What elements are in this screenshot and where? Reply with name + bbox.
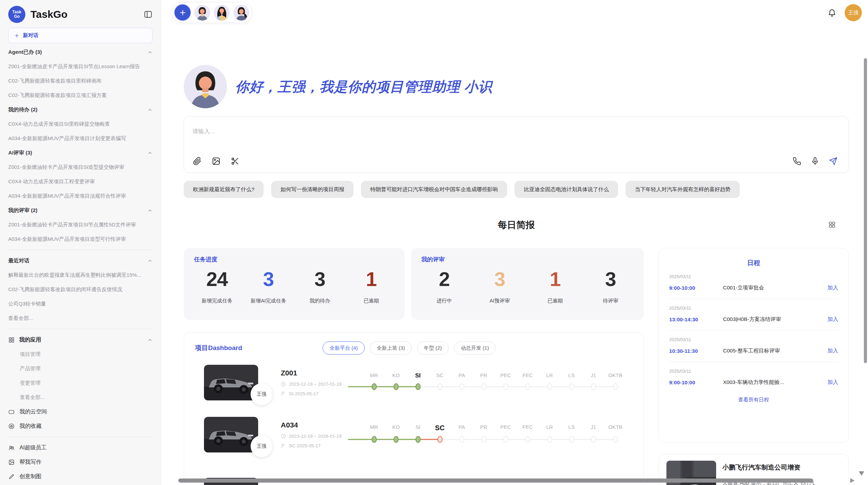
apps-view-all[interactable]: 查看全部...	[8, 390, 153, 405]
list-item[interactable]: C02-飞腾新能源轻客改款项目里程碑画布	[8, 74, 153, 88]
agent-avatar[interactable]	[233, 5, 249, 21]
owner-badge: 王强	[251, 435, 273, 457]
schedule-date: 2025/03/11	[669, 306, 838, 311]
people-icon	[8, 445, 15, 451]
phone-call-icon[interactable]	[793, 157, 801, 165]
scroll-down-arrow-icon[interactable]	[859, 471, 864, 476]
recent-view-all[interactable]: 查看全部...	[8, 311, 153, 325]
chevron-up-icon	[147, 107, 153, 112]
project-info: A034 2023-12-19 ~ 2026-01-19 SC-2025-05-…	[281, 421, 360, 448]
schedule-item: 2025/03/11 13:00-14:30 C003|H0B-方案冻结评审 加…	[669, 299, 838, 331]
user-avatar[interactable]: 王强	[845, 4, 862, 21]
agent-avatar[interactable]	[214, 5, 230, 21]
send-icon[interactable]	[829, 157, 837, 165]
flag-icon	[281, 391, 286, 396]
sidebar-item-favorites[interactable]: 我的收藏	[8, 419, 153, 433]
stat-review-overdue: 1 已逾期	[537, 268, 573, 304]
list-item[interactable]: A034-全新新能源MUV产品开发项目造型可行性评审	[8, 232, 153, 246]
microphone-icon[interactable]	[811, 157, 819, 165]
list-item[interactable]: C0X4-动力总成开发项目工程变更评审	[8, 174, 153, 189]
suggestion-chip[interactable]: 当下年轻人对汽车外观有怎样的喜好趋势	[626, 181, 740, 198]
app-item-project-mgmt[interactable]: 项目管理	[8, 347, 153, 361]
clock-icon	[281, 382, 286, 387]
sidebar-item-help-write[interactable]: 帮我写作	[8, 455, 153, 469]
chat-input[interactable]	[192, 122, 768, 141]
join-button[interactable]: 加入	[828, 347, 838, 355]
app-title: TaskGo	[31, 9, 144, 20]
project-dashboard-card: 项目Dashboard 全新平台 (4) 全新上装 (3) 年型 (2) 动总开…	[184, 332, 644, 485]
agent-avatar[interactable]	[194, 5, 210, 21]
schedule-card: 日程 2025/03/11 9:00-10:00 C001-立项审批会 加入 2…	[659, 248, 849, 443]
new-chat-button[interactable]: 新对话	[8, 28, 153, 43]
section-ai-review[interactable]: AI评审 (3)	[8, 146, 153, 160]
schedule-name: C003|H0B-方案冻结评审	[723, 316, 828, 323]
suggestion-chip[interactable]: 欧洲新规最近颁布了什么?	[184, 181, 264, 198]
list-item[interactable]: C0X4-动力总成开发项目SI里程碑提交物检查	[8, 117, 153, 131]
filter-new-platform[interactable]: 全新平台 (4)	[323, 341, 365, 355]
suggestion-chip[interactable]: 比亚迪全固态电池计划具体说了什么	[515, 181, 618, 198]
vertical-scrollbar[interactable]	[864, 58, 867, 363]
filter-powertrain[interactable]: 动总开发 (1)	[454, 341, 496, 355]
notification-bell-icon[interactable]	[828, 8, 836, 17]
recent-chat-item[interactable]: 解释最新出台的欧盟报废车法规再生塑料比例被调至15%...	[8, 268, 153, 282]
attachment-icon[interactable]	[193, 157, 202, 165]
list-item[interactable]: A034-全新新能源MUV产品开发项目法规符合性评审	[8, 189, 153, 203]
scissors-icon[interactable]	[231, 157, 239, 165]
project-row-partial[interactable]	[195, 470, 632, 485]
plus-icon	[179, 9, 186, 16]
input-tools-left	[193, 157, 239, 165]
list-item[interactable]: A034-全新新能源MUV产品开发项目计划变更表编写	[8, 131, 153, 146]
project-row-z001[interactable]: 王强 Z001 2023-12-19 ~ 2027-01-19 SI-2025-…	[195, 357, 632, 409]
briefing-grid-icon[interactable]	[828, 221, 836, 228]
list-item[interactable]: Z001-全新燃油皮卡产品开发项目SI节点Lesson Learn报告	[8, 59, 153, 74]
add-agent-button[interactable]	[174, 4, 191, 21]
list-item[interactable]: Z001-全新燃油轻卡产品开发项目SI造型提交物评审	[8, 160, 153, 174]
join-button[interactable]: 加入	[828, 284, 838, 291]
section-my-review[interactable]: 我的评审 (2)	[8, 203, 153, 217]
view-all-schedule-link[interactable]: 查看所有日程	[669, 397, 838, 403]
list-item[interactable]: Z001-全新燃油轻卡产品开发项目SI节点属性5D文件评审	[8, 217, 153, 232]
project-flag: SC-2025-05-17	[289, 443, 321, 448]
filter-model-year[interactable]: 年型 (2)	[417, 341, 449, 355]
sidebar-collapse-icon[interactable]	[144, 10, 153, 19]
dashboard-filters: 全新平台 (4) 全新上装 (3) 年型 (2) 动总开发 (1)	[323, 341, 496, 355]
sidebar-item-cloud-space[interactable]: 我的云空间	[8, 405, 153, 419]
section-recent-chats[interactable]: 最近对话	[8, 253, 153, 268]
sidebar-item-creative-draw[interactable]: 创意制图	[8, 469, 153, 484]
recent-chat-item[interactable]: C02-飞腾新能源轻客改款项目的闭环通告反馈情况	[8, 282, 153, 297]
stat-in-progress: 2 进行中	[426, 268, 462, 304]
horizontal-scrollbar[interactable]	[178, 478, 813, 483]
section-agent-done[interactable]: Agent已办 (3)	[8, 45, 153, 59]
sidebar-header: Task Go TaskGo	[8, 5, 153, 23]
suggestion-chip[interactable]: 如何写一份清晰的项目周报	[271, 181, 353, 198]
schedule-item: 2025/03/11 9:00-10:00 C001-立项审批会 加入	[669, 268, 838, 299]
project-image: 王强	[204, 365, 258, 400]
list-item[interactable]: C02-飞腾新能源轻客改款项目立项汇报方案	[8, 88, 153, 102]
schedule-title: 日程	[669, 259, 838, 268]
section-my-apps[interactable]: 我的应用	[8, 333, 153, 347]
join-button[interactable]: 加入	[828, 316, 838, 323]
star-icon	[8, 423, 15, 430]
recent-chat-item[interactable]: 公司Q3轻卡销量	[8, 297, 153, 311]
sidebar-item-ai-employees[interactable]: AI超级员工	[8, 440, 153, 455]
schedule-name: C001-立项审批会	[723, 284, 828, 291]
task-progress-card: 任务进度 24 新增完成任务 3 新增AI完成任务 3 我的待办 1 已逾期	[184, 248, 405, 320]
chevron-up-icon	[147, 150, 153, 156]
divider	[8, 329, 153, 329]
divider	[8, 437, 153, 437]
apps-grid-icon	[8, 337, 15, 343]
join-button[interactable]: 加入	[828, 379, 838, 386]
image-upload-icon[interactable]	[212, 157, 220, 165]
stat-pending-review: 3 待评审	[592, 268, 629, 304]
project-row-a034[interactable]: 王强 A034 2023-12-19 ~ 2026-01-19 SC-2025-…	[195, 409, 632, 461]
main-area: 王强 你好，王强，我是你的项目管理助理 小识 欧洲新规最近颁布了什么? 如何写一…	[161, 0, 868, 485]
app-item-product-mgmt[interactable]: 产品管理	[8, 361, 153, 376]
filter-new-body[interactable]: 全新上装 (3)	[370, 341, 412, 355]
stat-my-todo: 3 我的待办	[302, 268, 338, 304]
app-item-change-mgmt[interactable]: 变更管理	[8, 376, 153, 390]
scroll-right-arrow-icon[interactable]	[850, 478, 855, 483]
suggestion-chip[interactable]: 特朗普可能对进口汽车增税会对中国车企造成哪些影响	[361, 181, 507, 198]
daily-briefing-header: 每日简报	[184, 217, 849, 233]
section-my-todo[interactable]: 我的待办 (2)	[8, 102, 153, 117]
flag-icon	[281, 443, 286, 448]
